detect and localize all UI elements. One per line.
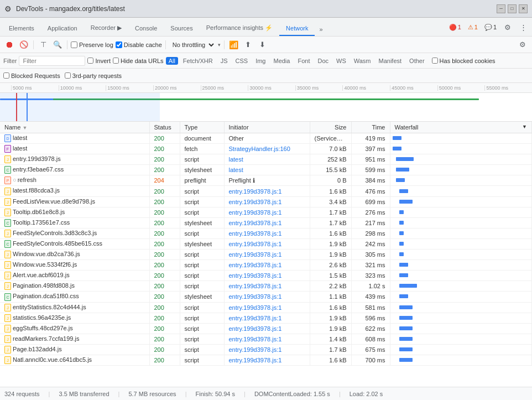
cell-initiator[interactable]: entry.199d3978.js:1 (224, 302, 310, 313)
filter-type-wasm[interactable]: Wasm (351, 57, 374, 65)
import-button[interactable]: ⬆ (242, 39, 254, 51)
filter-type-manifest[interactable]: Manifest (376, 57, 405, 65)
col-initiator[interactable]: Initiator (224, 122, 310, 133)
table-row[interactable]: JNatl.anncl0c.vue.c641dbc5.js 200 script… (0, 355, 532, 365)
col-type[interactable]: Type (180, 122, 224, 133)
initiator-link[interactable]: entry.199d3978.js:1 (229, 283, 282, 289)
cell-initiator[interactable]: entry.199d3978.js:1 (224, 313, 310, 323)
filter-type-other[interactable]: Other (406, 57, 427, 65)
cell-name[interactable]: JeggStuffs.48cd297e.js (0, 323, 149, 334)
initiator-link[interactable]: entry.199d3978.js:1 (229, 230, 282, 237)
table-row[interactable]: CFeedStyleControls.485be615.css 200 styl… (0, 238, 532, 249)
tab-network[interactable]: Network (279, 22, 315, 36)
cell-initiator[interactable]: latest (224, 154, 310, 165)
export-button[interactable]: ⬇ (257, 39, 269, 51)
network-conditions-button[interactable]: 📶 (228, 39, 240, 51)
cell-name[interactable]: Flatest (0, 144, 149, 154)
filter-type-css[interactable]: CSS (233, 57, 251, 65)
filter-type-fetch-xhr[interactable]: Fetch/XHR (180, 57, 216, 65)
cell-name[interactable]: JreadMarkers.7ccfa199.js (0, 334, 149, 344)
cell-name[interactable]: Jstatistics.96a4235e.js (0, 313, 149, 323)
record-button[interactable]: ⏺ (3, 39, 15, 51)
table-row[interactable]: Jlatest.f88cdca3.js 200 script entry.199… (0, 186, 532, 196)
tab-sources[interactable]: Sources (164, 22, 199, 36)
table-row[interactable]: CPagination.dca51f80.css 200 stylesheet … (0, 292, 532, 302)
col-status[interactable]: Status (149, 122, 180, 133)
filter-type-all[interactable]: All (166, 57, 178, 65)
cell-initiator[interactable]: Other (224, 133, 310, 144)
cell-initiator[interactable]: entry.199d3978.js:1 (224, 344, 310, 355)
filter-type-img[interactable]: Img (253, 57, 268, 65)
initiator-link[interactable]: latest (229, 167, 243, 173)
table-row[interactable]: Jstatistics.96a4235e.js 200 script entry… (0, 313, 532, 323)
cell-initiator[interactable]: entry.199d3978.js:1 (224, 355, 310, 365)
cell-initiator[interactable]: entry.199d3978.js:1 (224, 207, 310, 217)
cell-name[interactable]: JTooltip.db61e8c8.js (0, 207, 149, 217)
cell-initiator[interactable]: entry.199d3978.js:1 (224, 238, 310, 249)
network-table-container[interactable]: Name ▼ Status Type Initiator Size Time W… (0, 122, 532, 387)
table-row[interactable]: JreadMarkers.7ccfa199.js 200 script entr… (0, 334, 532, 344)
cell-initiator[interactable]: entry.199d3978.js:1 (224, 323, 310, 334)
cell-name[interactable]: Centry.f3ebae67.css (0, 165, 149, 175)
cell-initiator[interactable]: StrategyHandler.js:160 (224, 144, 310, 154)
table-row[interactable]: JWindow.vue.db2ca736.js 200 script entry… (0, 250, 532, 260)
clear-button[interactable]: 🚫 (18, 39, 30, 51)
cell-name[interactable]: P○refresh (0, 175, 149, 186)
initiator-link[interactable]: entry.199d3978.js:1 (229, 188, 282, 195)
cell-name[interactable]: JentityStatistics.82c4d444.js (0, 302, 149, 313)
initiator-link[interactable]: entry.199d3978.js:1 (229, 293, 282, 300)
cell-name[interactable]: Jentry.199d3978.js (0, 154, 149, 165)
tab-more[interactable]: » (315, 23, 327, 36)
table-row[interactable]: JFeedListView.vue.d8e9d798.js 200 script… (0, 196, 532, 207)
settings-button[interactable]: ⚙ (501, 20, 514, 34)
filter-button[interactable]: ⊤ (37, 39, 49, 51)
close-button[interactable]: ✕ (519, 4, 528, 13)
initiator-link[interactable]: entry.199d3978.js:1 (229, 209, 282, 216)
initiator-link[interactable]: StrategyHandler.js:160 (229, 146, 290, 152)
tab-application[interactable]: Application (41, 22, 84, 36)
table-row[interactable]: JPagination.498fd808.js 200 script entry… (0, 281, 532, 292)
filter-type-media[interactable]: Media (270, 57, 293, 65)
blocked-cookies-checkbox[interactable]: Has blocked cookies (432, 58, 496, 64)
initiator-link[interactable]: entry.199d3978.js:1 (229, 241, 282, 247)
initiator-link[interactable]: entry.199d3978.js:1 (229, 336, 282, 342)
cell-name[interactable]: JFeedStyleControls.3d83c8c3.js (0, 228, 149, 238)
cell-initiator[interactable]: entry.199d3978.js:1 (224, 292, 310, 302)
cell-name[interactable]: CFeedStyleControls.485be615.css (0, 238, 149, 249)
filter-input[interactable] (19, 56, 85, 66)
messages-badge[interactable]: 💬1 (482, 24, 499, 31)
table-row[interactable]: Centry.f3ebae67.css 200 stylesheet lates… (0, 165, 532, 175)
hide-data-urls-checkbox[interactable]: Hide data URLs (113, 58, 164, 64)
cell-name[interactable]: Jlatest.f88cdca3.js (0, 186, 149, 196)
cell-name[interactable]: Dlatest (0, 133, 149, 144)
disable-cache-checkbox[interactable]: Disable cache (116, 41, 162, 48)
cell-name[interactable]: JAlert.vue.acbf6019.js (0, 271, 149, 281)
col-time[interactable]: Time (351, 122, 390, 133)
cell-initiator[interactable]: entry.199d3978.js:1 (224, 186, 310, 196)
cell-name[interactable]: JNatl.anncl0c.vue.c641dbc5.js (0, 355, 149, 365)
cell-initiator[interactable]: entry.199d3978.js:1 (224, 250, 310, 260)
cell-initiator[interactable]: Preflight ℹ (224, 175, 310, 186)
initiator-link[interactable]: entry.199d3978.js:1 (229, 304, 282, 311)
initiator-link[interactable]: entry.199d3978.js:1 (229, 199, 282, 205)
table-row[interactable]: Flatest 200 fetch StrategyHandler.js:160… (0, 144, 532, 154)
initiator-link[interactable]: entry.199d3978.js:1 (229, 262, 282, 268)
table-row[interactable]: P○refresh 204 preflight Preflight ℹ 0 B … (0, 175, 532, 186)
third-party-checkbox[interactable]: 3rd-party requests (65, 72, 122, 79)
initiator-link[interactable]: entry.199d3978.js:1 (229, 251, 282, 258)
table-row[interactable]: JeggStuffs.48cd297e.js 200 script entry.… (0, 323, 532, 334)
col-size[interactable]: Size (310, 122, 351, 133)
warnings-badge[interactable]: ⚠1 (466, 24, 480, 31)
cell-name[interactable]: JFeedListView.vue.d8e9d798.js (0, 196, 149, 207)
cell-name[interactable]: CPagination.dca51f80.css (0, 292, 149, 302)
table-row[interactable]: JTooltip.db61e8c8.js 200 script entry.19… (0, 207, 532, 217)
preserve-log-checkbox[interactable]: Preserve log (71, 41, 113, 48)
col-name[interactable]: Name ▼ (0, 122, 149, 133)
table-row[interactable]: JWindow.vue.5334f2f6.js 200 script entry… (0, 260, 532, 271)
throttle-select[interactable]: No throttling Fast 3G Slow 3G Offline (169, 41, 216, 49)
initiator-link[interactable]: entry.199d3978.js:1 (229, 325, 282, 332)
cell-initiator[interactable]: entry.199d3978.js:1 (224, 281, 310, 292)
cell-initiator[interactable]: entry.199d3978.js:1 (224, 217, 310, 228)
table-row[interactable]: JFeedStyleControls.3d83c8c3.js 200 scrip… (0, 228, 532, 238)
tab-console[interactable]: Console (128, 22, 164, 36)
